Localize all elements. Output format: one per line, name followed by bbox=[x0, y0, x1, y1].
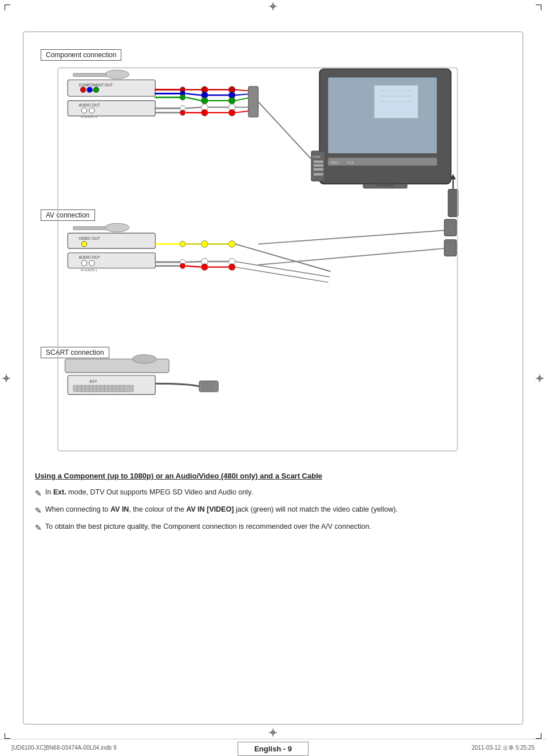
svg-line-114 bbox=[258, 231, 444, 244]
svg-rect-75 bbox=[328, 157, 437, 165]
svg-rect-55 bbox=[248, 86, 258, 117]
corner-mark-br bbox=[536, 733, 541, 739]
svg-line-58 bbox=[235, 98, 248, 101]
svg-point-49 bbox=[229, 109, 235, 116]
note-item-2: ✎ When connecting to AV IN, the colour o… bbox=[35, 504, 511, 517]
corner-mark-bl bbox=[5, 733, 10, 739]
svg-point-20 bbox=[81, 108, 87, 113]
svg-rect-88 bbox=[73, 227, 106, 230]
tv-side-connectors bbox=[258, 181, 458, 264]
svg-point-84 bbox=[81, 260, 87, 266]
svg-point-90 bbox=[180, 242, 185, 247]
note-icon-2: ✎ bbox=[35, 505, 42, 517]
svg-text:R-AUDIO-L: R-AUDIO-L bbox=[81, 268, 97, 272]
svg-point-87 bbox=[105, 223, 129, 232]
svg-rect-112 bbox=[444, 219, 456, 236]
svg-point-101 bbox=[229, 241, 235, 247]
svg-point-17 bbox=[93, 87, 99, 93]
corner-mark-tl bbox=[5, 5, 10, 10]
svg-point-103 bbox=[229, 264, 235, 270]
svg-rect-71 bbox=[314, 168, 323, 171]
svg-line-42 bbox=[186, 97, 201, 101]
svg-point-34 bbox=[180, 110, 185, 116]
svg-point-133 bbox=[132, 355, 156, 363]
page-number-label: English - 9 bbox=[238, 742, 308, 756]
connection-diagram-svg: COMPONENT OUT Pr Pb Y AUDIO OUT R-AUDIO-… bbox=[35, 43, 511, 456]
svg-text:AV IN: AV IN bbox=[347, 161, 354, 164]
svg-point-39 bbox=[201, 109, 208, 116]
svg-point-97 bbox=[201, 264, 208, 270]
crosshair-right bbox=[536, 374, 544, 382]
note-text-1: In Ext. mode, DTV Out supports MPEG SD V… bbox=[45, 487, 511, 498]
svg-point-94 bbox=[180, 263, 185, 269]
tv-display: COMP VIDEO AV IN bbox=[311, 69, 451, 188]
svg-rect-72 bbox=[314, 173, 323, 176]
svg-point-85 bbox=[89, 260, 95, 266]
av-connection-section: VIDEO OUT AUDIO OUT R-AUDIO-L bbox=[68, 223, 235, 272]
svg-text:VIDEO OUT: VIDEO OUT bbox=[79, 236, 100, 240]
svg-text:R-AUDIO-L: R-AUDIO-L bbox=[81, 115, 97, 118]
svg-rect-79 bbox=[68, 233, 155, 248]
svg-point-16 bbox=[87, 87, 93, 93]
svg-rect-113 bbox=[444, 240, 456, 256]
note-item-1: ✎ In Ext. mode, DTV Out supports MPEG SD… bbox=[35, 487, 511, 500]
svg-rect-69 bbox=[314, 160, 323, 163]
crosshair-bottom bbox=[269, 729, 277, 737]
svg-point-37 bbox=[201, 97, 208, 104]
svg-text:VIDEO: VIDEO bbox=[330, 161, 339, 164]
note-item-3: ✎ To obtain the best picture quality, th… bbox=[35, 521, 511, 534]
notes-title: Using a Component (up to 1080p) or an Au… bbox=[35, 472, 511, 480]
svg-line-115 bbox=[258, 248, 444, 265]
svg-rect-110 bbox=[448, 189, 458, 217]
svg-line-41 bbox=[186, 93, 201, 95]
diagram-area: Component connection AV connection SCART… bbox=[35, 43, 511, 456]
svg-point-47 bbox=[229, 97, 235, 104]
svg-line-100 bbox=[186, 266, 201, 267]
svg-text:AUDIO OUT: AUDIO OUT bbox=[79, 255, 100, 259]
crosshair-left bbox=[2, 374, 10, 382]
svg-rect-134 bbox=[199, 381, 218, 392]
note-text-2: When connecting to AV IN, the colour of … bbox=[45, 504, 511, 515]
svg-point-15 bbox=[80, 87, 86, 93]
svg-text:COMP: COMP bbox=[312, 156, 321, 159]
svg-point-30 bbox=[180, 94, 185, 100]
svg-rect-70 bbox=[314, 164, 323, 167]
svg-text:EXT: EXT bbox=[90, 379, 97, 383]
svg-point-95 bbox=[201, 241, 208, 247]
note-icon-3: ✎ bbox=[35, 522, 42, 534]
svg-line-78 bbox=[258, 102, 311, 159]
svg-line-57 bbox=[235, 94, 248, 95]
svg-point-23 bbox=[105, 70, 129, 78]
footer-right-text: 2011-03-12 오후 5:25:25 bbox=[472, 744, 535, 752]
svg-line-56 bbox=[235, 90, 248, 91]
svg-text:COMPONENT OUT: COMPONENT OUT bbox=[79, 83, 113, 87]
svg-line-99 bbox=[186, 262, 201, 262]
svg-line-43 bbox=[186, 107, 201, 108]
footer-left-text: [UD6100-XC]BN68-03474A-00L04.indb 9 bbox=[11, 745, 116, 751]
note-icon-1: ✎ bbox=[35, 488, 42, 500]
dvd-player-component: COMPONENT OUT Pr Pb Y AUDIO OUT R-AUDIO-… bbox=[68, 70, 155, 118]
notes-section: Using a Component (up to 1080p) or an Au… bbox=[35, 465, 511, 534]
svg-text:AUDIO OUT: AUDIO OUT bbox=[79, 103, 100, 107]
svg-rect-24 bbox=[73, 73, 106, 77]
page-number-section: English - 9 bbox=[238, 745, 308, 753]
svg-point-81 bbox=[81, 242, 87, 247]
svg-rect-118 bbox=[73, 385, 133, 391]
svg-rect-74 bbox=[377, 184, 394, 186]
svg-line-60 bbox=[235, 111, 248, 113]
note-text-3: To obtain the best picture quality, the … bbox=[45, 521, 511, 532]
svg-line-107 bbox=[235, 244, 330, 271]
svg-point-21 bbox=[89, 108, 95, 113]
corner-mark-tr bbox=[536, 5, 541, 10]
main-content-box: Component connection AV connection SCART… bbox=[23, 31, 523, 725]
crosshair-top bbox=[269, 2, 277, 10]
scart-connection-section: EXT bbox=[65, 355, 219, 395]
